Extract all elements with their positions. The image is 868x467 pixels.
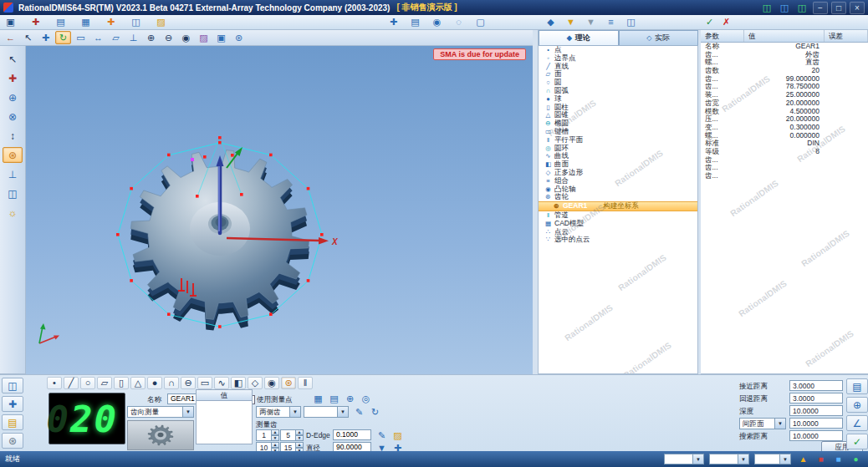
polygon-feature-icon[interactable]: ◇	[248, 377, 263, 389]
plane-feature-icon[interactable]: ▱	[97, 377, 112, 389]
spacing-plane-combo[interactable]: 间距面▼	[739, 418, 786, 429]
remote-connect-icon[interactable]: ◫	[759, 2, 774, 13]
cad-panel-icon[interactable]: ⊛	[2, 433, 23, 449]
funnel-yellow-icon[interactable]: ▼	[564, 16, 578, 28]
tooth-count-stepper[interactable]: 5 ▲▼	[280, 429, 304, 441]
maximize-button[interactable]: □	[831, 2, 846, 14]
direction-measure-combo[interactable]: 齿向测量▼	[127, 406, 194, 418]
render-mode-icon[interactable]: ▨	[196, 31, 212, 44]
manual-move-icon[interactable]: ↕	[3, 128, 23, 144]
gear-tool-icon[interactable]: ⊛	[3, 147, 23, 163]
curve-feature-icon[interactable]: ∿	[214, 377, 229, 389]
flip-dedge-icon[interactable]: ▨	[391, 429, 405, 442]
tree-item-gear[interactable]: ⊛ 齿轮	[539, 193, 697, 201]
grid-small-icon[interactable]: ▦	[311, 393, 325, 405]
chevron-down-icon[interactable]: ▼	[774, 418, 786, 429]
param-row[interactable]: 标准 DIN	[701, 140, 868, 148]
zoom-result-icon[interactable]: ⊕	[846, 397, 868, 413]
window2-icon[interactable]: ▢	[473, 16, 488, 28]
list-icon[interactable]: ≡	[604, 16, 618, 28]
start-tooth-stepper[interactable]: 1 ▲▼	[256, 429, 279, 441]
reset-side-icon[interactable]: ↻	[368, 406, 382, 419]
search-distance-input[interactable]: 10.0000	[789, 430, 843, 441]
tab-actual[interactable]: ◇ 实际	[619, 30, 699, 45]
cloud-icon[interactable]: ◌	[452, 16, 466, 28]
funnel-gray-icon[interactable]: ▼	[584, 16, 598, 28]
probe-setup-icon[interactable]: ✚	[386, 16, 401, 28]
param-row[interactable]: 等级 8	[701, 148, 868, 156]
probe-x-icon[interactable]: ⊗	[3, 109, 23, 124]
chevron-down-icon[interactable]: ▼	[779, 454, 791, 464]
save-program-icon[interactable]: ▦	[79, 16, 93, 28]
gear-feature-icon[interactable]: ⊛	[281, 377, 296, 389]
param-row[interactable]: 变... 0.300000	[701, 124, 868, 132]
update-notice[interactable]: SMA is due for update	[433, 48, 526, 60]
connection-status-icon[interactable]: ●	[849, 454, 863, 464]
pick-side-icon[interactable]: ✎	[352, 406, 366, 419]
probe-tool-icon[interactable]: ✚	[3, 70, 23, 86]
value-list-panel[interactable]: 值	[196, 389, 253, 444]
chevron-down-icon[interactable]: ▼	[738, 454, 749, 464]
param-row[interactable]: 齿... 78.750000	[701, 83, 868, 91]
back-icon[interactable]: ←	[3, 31, 18, 44]
axis-view-icon[interactable]: ⊥	[125, 31, 141, 44]
fit-view-icon[interactable]: ↔	[90, 31, 106, 44]
param-row[interactable]: 齿... 99.000000	[701, 75, 868, 84]
strategy-combo[interactable]: ▼	[304, 406, 349, 418]
report-panel-icon[interactable]: ▤	[2, 414, 23, 430]
view-settings-icon[interactable]: ⊛	[231, 31, 247, 44]
camera-icon[interactable]: ◉	[178, 31, 194, 44]
tools-icon[interactable]: ✚	[104, 16, 118, 28]
warning-status-icon[interactable]: ▲	[796, 454, 810, 464]
pipe-feature-icon[interactable]: ‖	[298, 377, 313, 389]
machine-status-icon[interactable]: ■	[831, 454, 845, 464]
snapshot-icon[interactable]: ▣	[213, 31, 229, 44]
dro-panel-icon[interactable]: ◫	[2, 378, 23, 393]
cone-feature-icon[interactable]: △	[130, 377, 146, 389]
point-feature-icon[interactable]: •	[47, 377, 62, 389]
param-row[interactable]: 齿...	[701, 164, 868, 172]
pan-icon[interactable]: ✚	[38, 31, 54, 44]
units-combo[interactable]: 毫米▼	[664, 454, 704, 464]
param-row[interactable]: 齿...	[701, 172, 868, 180]
surface-feature-icon[interactable]: ◧	[231, 377, 246, 389]
mail-small-icon[interactable]: ▤	[327, 393, 341, 405]
rotate-icon[interactable]: ↻	[55, 31, 71, 44]
view-front-icon[interactable]: ▱	[108, 31, 124, 44]
retract-distance-input[interactable]: 3.0000	[789, 393, 843, 404]
open-program-icon[interactable]: ▤	[54, 16, 68, 28]
circle-feature-icon[interactable]: ○	[80, 377, 95, 389]
tree-item-plane[interactable]: ▱ 面	[539, 70, 697, 79]
param-row[interactable]: 齿...	[701, 156, 868, 165]
report-icon[interactable]: ▤	[408, 16, 422, 28]
chevron-down-icon[interactable]: ▼	[289, 406, 301, 418]
sphere-feature-icon[interactable]: ●	[147, 377, 162, 389]
clear-filter-icon[interactable]: ✗	[719, 16, 733, 28]
tree-item-selected-point-cloud[interactable]: ∵ 选中的点云	[539, 236, 697, 244]
ellipse-feature-icon[interactable]: ⊖	[181, 377, 196, 389]
shield-icon[interactable]: ◆	[544, 16, 558, 28]
tooth-side-combo[interactable]: 两侧齿▼	[256, 406, 301, 418]
param-row[interactable]: 齿数 20	[701, 67, 868, 75]
cube-view-icon[interactable]: ◫	[3, 185, 23, 201]
param-row[interactable]: 螺... 直齿	[701, 58, 868, 67]
chevron-down-icon[interactable]: ▼	[337, 406, 349, 418]
dedge-input[interactable]	[333, 429, 371, 440]
probe-file-icon[interactable]: ✚	[28, 16, 43, 28]
support-desk-icon[interactable]: ◫	[794, 2, 809, 13]
folder-icon[interactable]: ▨	[154, 16, 168, 28]
chevron-down-icon[interactable]: ▼	[692, 454, 704, 464]
window-menu-icon[interactable]: ▣	[3, 16, 18, 28]
param-row[interactable]: 模数 4.500000	[701, 108, 868, 116]
param-row[interactable]: 齿... 外齿	[701, 51, 868, 59]
param-row[interactable]: 名称 GEAR1	[701, 43, 868, 51]
target-small-icon[interactable]: ◎	[359, 393, 373, 405]
tree-item-arc[interactable]: ∩ 圆弧	[539, 87, 697, 95]
select-cursor-icon[interactable]: ↖	[20, 31, 36, 44]
cam-feature-icon[interactable]: ◉	[264, 377, 279, 389]
save-result-icon[interactable]: ▤	[846, 378, 868, 394]
probe-panel-icon[interactable]: ✚	[2, 396, 23, 412]
alignment-icon[interactable]: ⊥	[3, 166, 23, 182]
tab-theoretical[interactable]: ◆ 理论	[539, 30, 619, 45]
param-row[interactable]: 螺... 0.000000	[701, 132, 868, 140]
